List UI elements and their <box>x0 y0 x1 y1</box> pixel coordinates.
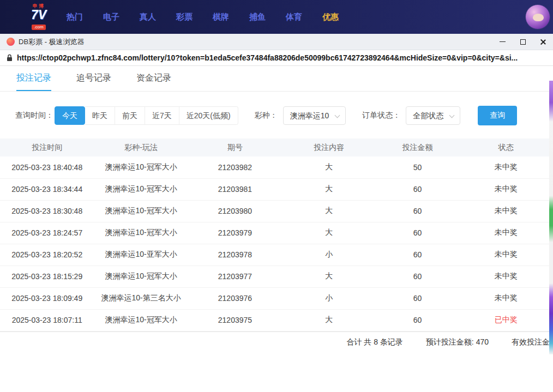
tab-fund-records[interactable]: 资金记录 <box>136 66 171 91</box>
url-text: https://ctop02pchwp1.zfnc84.com/lottery/… <box>17 53 518 62</box>
cell-game-play: 澳洲幸运10-冠军大小 <box>94 222 188 244</box>
cell-bet-time: 2025-03-23 18:07:11 <box>0 309 94 331</box>
tab-bet-records[interactable]: 投注记录 <box>16 66 51 91</box>
cell-bet-time: 2025-03-23 18:30:48 <box>0 200 94 222</box>
time-filter-option[interactable]: 近20天(低频) <box>179 106 238 125</box>
cell-game-play: 澳洲幸运10-第三名大小 <box>94 287 188 309</box>
table-row: 2025-03-23 18:07:11澳洲幸运10-冠军大小21203975大6… <box>0 309 553 331</box>
lottery-select[interactable]: 澳洲幸运10 <box>283 106 346 125</box>
time-filter-option[interactable]: 昨天 <box>85 106 115 125</box>
cell-bet-content: 大 <box>282 309 376 331</box>
cell-bet-amount: 60 <box>376 244 459 266</box>
nav-item[interactable]: 体育 <box>286 12 302 22</box>
column-header: 期号 <box>188 138 282 156</box>
cell-bet-amount: 60 <box>376 200 459 222</box>
summary-valid-amount: 有效投注金额 <box>512 337 553 347</box>
cell-bet-content: 大 <box>282 178 376 200</box>
maximize-button[interactable] <box>513 34 533 50</box>
cell-status: 未中奖 <box>459 200 553 222</box>
close-button[interactable] <box>533 34 553 50</box>
window-title: DB彩票 - 极速浏览器 <box>19 37 85 47</box>
time-filter-group: 今天昨天前天近7天近20天(低频) <box>55 106 238 125</box>
table-row: 2025-03-23 18:30:48澳洲幸运10-冠军大小21203980大6… <box>0 200 553 222</box>
cell-status: 未中奖 <box>459 266 553 287</box>
table-row: 2025-03-23 18:09:49澳洲幸运10-第三名大小21203976小… <box>0 287 553 309</box>
column-header: 状态 <box>459 138 553 156</box>
nav-item[interactable]: 彩票 <box>176 12 193 22</box>
url-bar[interactable]: https://ctop02pchwp1.zfnc84.com/lottery/… <box>0 50 553 66</box>
nav-item[interactable]: 电子 <box>103 12 119 22</box>
cell-issue: 21203976 <box>188 287 282 309</box>
nav-item[interactable]: 热门 <box>67 12 83 22</box>
cell-issue: 21203980 <box>188 200 282 222</box>
table-row: 2025-03-23 18:40:48澳洲幸运10-冠军大小21203982大5… <box>0 156 553 178</box>
cell-status: 未中奖 <box>459 222 553 244</box>
time-filter-option[interactable]: 近7天 <box>145 106 179 125</box>
column-header: 投注内容 <box>282 138 376 156</box>
time-filter-label: 查询时间： <box>15 111 53 120</box>
logo-com-text: .com <box>32 25 45 30</box>
table-header-row: 投注时间彩种-玩法期号投注内容投注金额状态 <box>0 138 553 156</box>
cell-game-play: 澳洲幸运10-冠军大小 <box>94 266 188 287</box>
bet-records-table: 投注时间彩种-玩法期号投注内容投注金额状态 2025-03-23 18:40:4… <box>0 138 553 331</box>
cell-bet-amount: 50 <box>376 156 459 178</box>
cell-status: 未中奖 <box>459 156 553 178</box>
nav-item[interactable]: 捕鱼 <box>249 12 266 22</box>
cell-bet-amount: 60 <box>376 309 459 331</box>
cell-game-play: 澳洲幸运10-冠军大小 <box>94 178 188 200</box>
table-row: 2025-03-23 18:24:57澳洲幸运10-冠军大小21203979大6… <box>0 222 553 244</box>
cell-bet-time: 2025-03-23 18:20:52 <box>0 244 94 266</box>
cell-game-play: 澳洲幸运10-亚军大小 <box>94 244 188 266</box>
tab-chase-records[interactable]: 追号记录 <box>76 66 111 91</box>
cell-status: 未中奖 <box>459 178 553 200</box>
page-content: 投注记录 追号记录 资金记录 查询时间： 今天昨天前天近7天近20天(低频) 彩… <box>0 66 553 353</box>
cell-bet-content: 大 <box>282 266 376 287</box>
column-header: 彩种-玩法 <box>94 138 188 156</box>
status-filter-label: 订单状态： <box>362 111 400 120</box>
time-filter-option[interactable]: 前天 <box>115 106 145 125</box>
cell-bet-content: 小 <box>282 287 376 309</box>
search-button[interactable]: 查询 <box>478 106 517 125</box>
cell-status: 已中奖 <box>459 309 553 331</box>
cell-bet-amount: 60 <box>376 266 459 287</box>
cell-bet-amount: 60 <box>376 222 459 244</box>
cell-game-play: 澳洲幸运10-冠军大小 <box>94 309 188 331</box>
lock-icon <box>7 54 13 62</box>
cell-game-play: 澳洲幸运10-冠军大小 <box>94 156 188 178</box>
summary-bar: 合计 共 8 条记录 预计投注金额: 470 有效投注金额 <box>0 331 553 353</box>
nav-item[interactable]: 真人 <box>140 12 156 22</box>
brand-logo[interactable]: 申博 7V .com <box>25 4 52 30</box>
minimize-button[interactable] <box>492 34 513 50</box>
cell-bet-amount: 60 <box>376 178 459 200</box>
cell-issue: 21203977 <box>188 266 282 287</box>
cell-bet-time: 2025-03-23 18:09:49 <box>0 287 94 309</box>
table-body: 2025-03-23 18:40:48澳洲幸运10-冠军大小21203982大5… <box>0 156 553 331</box>
cell-issue: 21203982 <box>188 156 282 178</box>
summary-total: 合计 共 8 条记录 <box>346 337 402 347</box>
record-tabs: 投注记录 追号记录 资金记录 <box>0 66 553 92</box>
status-select-value: 全部状态 <box>413 111 443 120</box>
cell-issue: 21203978 <box>188 244 282 266</box>
filter-bar: 查询时间： 今天昨天前天近7天近20天(低频) 彩种： 澳洲幸运10 订单状态：… <box>15 106 538 125</box>
order-status-select[interactable]: 全部状态 <box>406 106 460 125</box>
table-row: 2025-03-23 18:34:44澳洲幸运10-冠军大小21203981大6… <box>0 178 553 200</box>
cell-bet-content: 大 <box>282 222 376 244</box>
cell-game-play: 澳洲幸运10-冠军大小 <box>94 200 188 222</box>
nav-item[interactable]: 优惠 <box>322 12 339 22</box>
cell-bet-content: 大 <box>282 156 376 178</box>
user-avatar[interactable] <box>525 4 550 29</box>
cell-bet-content: 大 <box>282 200 376 222</box>
cell-issue: 21203979 <box>188 222 282 244</box>
cell-issue: 21203975 <box>188 309 282 331</box>
cell-status: 未中奖 <box>459 244 553 266</box>
nav-item[interactable]: 棋牌 <box>213 12 229 22</box>
cell-bet-time: 2025-03-23 18:34:44 <box>0 178 94 200</box>
time-filter-option[interactable]: 今天 <box>55 106 85 125</box>
summary-expected-amount: 预计投注金额: 470 <box>426 337 489 347</box>
cell-bet-time: 2025-03-23 18:40:48 <box>0 156 94 178</box>
window-controls <box>492 34 553 50</box>
column-header: 投注金额 <box>376 138 459 156</box>
lottery-select-value: 澳洲幸运10 <box>290 111 329 120</box>
lottery-filter-label: 彩种： <box>255 111 278 120</box>
chevron-down-icon <box>335 113 340 118</box>
